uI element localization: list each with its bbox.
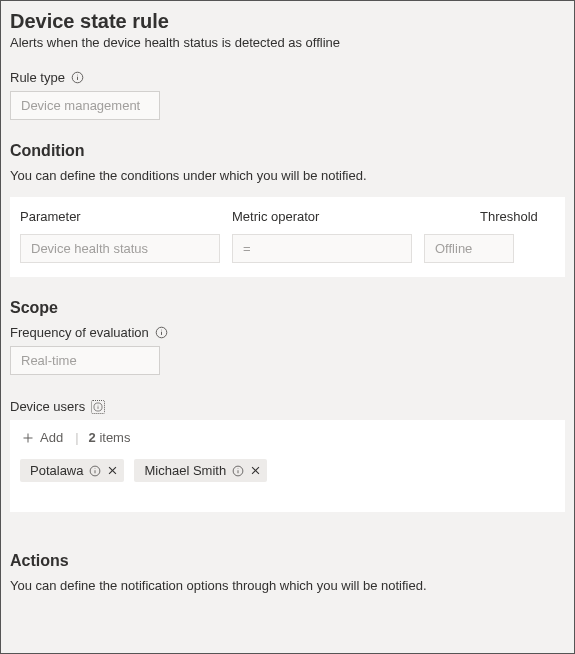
svg-point-5 [161, 329, 162, 330]
rule-type-label-text: Rule type [10, 70, 65, 85]
close-icon [107, 465, 118, 476]
user-chip[interactable]: Michael Smith [134, 459, 267, 482]
user-chip-list: Potalawa [20, 459, 555, 482]
actions-heading: Actions [4, 548, 571, 578]
info-icon[interactable] [232, 465, 244, 477]
items-count-number: 2 [89, 430, 96, 445]
actions-description: You can define the notification options … [4, 578, 571, 607]
rule-type-value: Device management [10, 91, 160, 120]
toolbar-divider: | [75, 430, 78, 445]
svg-point-2 [77, 74, 78, 75]
frequency-label-text: Frequency of evaluation [10, 325, 149, 340]
metric-operator-value: = [232, 234, 412, 263]
condition-row: Parameter Metric operator Threshold Devi… [10, 197, 565, 277]
remove-user-button[interactable] [250, 465, 261, 476]
info-icon[interactable] [71, 71, 85, 85]
remove-user-button[interactable] [107, 465, 118, 476]
add-user-label: Add [40, 430, 63, 445]
svg-point-8 [98, 404, 99, 405]
column-header-threshold: Threshold [400, 209, 555, 224]
frequency-label: Frequency of evaluation [4, 325, 571, 346]
page-description: Alerts when the device health status is … [4, 35, 571, 70]
plus-icon [22, 432, 34, 444]
condition-description: You can define the conditions under whic… [4, 168, 571, 197]
threshold-value: Offline [424, 234, 514, 263]
device-users-label: Device users [4, 393, 571, 420]
column-header-parameter: Parameter [20, 209, 220, 224]
device-users-box: Add | 2 items Potalawa [10, 420, 565, 512]
items-count-word: items [99, 430, 130, 445]
svg-point-13 [95, 468, 96, 469]
condition-heading: Condition [4, 138, 571, 168]
info-icon[interactable] [91, 400, 105, 414]
rule-type-label: Rule type [4, 70, 571, 91]
user-chip-label: Michael Smith [144, 463, 226, 478]
device-users-toolbar: Add | 2 items [20, 430, 555, 445]
rule-config-panel: Device state rule Alerts when the device… [0, 0, 575, 654]
frequency-value: Real-time [10, 346, 160, 375]
page-title: Device state rule [4, 4, 571, 35]
user-chip[interactable]: Potalawa [20, 459, 124, 482]
info-icon[interactable] [155, 326, 169, 340]
close-icon [250, 465, 261, 476]
column-header-metric-operator: Metric operator [220, 209, 400, 224]
info-icon[interactable] [89, 465, 101, 477]
parameter-value: Device health status [20, 234, 220, 263]
add-user-button[interactable]: Add [20, 430, 65, 445]
svg-point-18 [238, 468, 239, 469]
scope-heading: Scope [4, 295, 571, 325]
device-users-label-text: Device users [10, 399, 85, 414]
items-count: 2 items [89, 430, 131, 445]
user-chip-label: Potalawa [30, 463, 83, 478]
